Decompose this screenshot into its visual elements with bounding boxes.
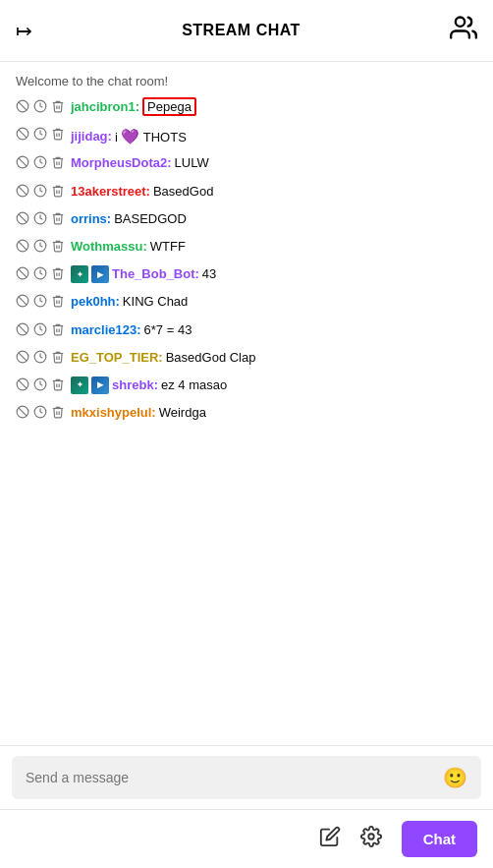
- chat-input[interactable]: [26, 770, 443, 785]
- badge-teal-icon: ✦: [71, 265, 88, 283]
- delete-icon[interactable]: [51, 239, 65, 258]
- delete-icon[interactable]: [51, 350, 65, 369]
- bottom-nav: Chat: [0, 809, 493, 868]
- delete-icon[interactable]: [51, 294, 65, 313]
- timeout-icon[interactable]: [33, 99, 47, 118]
- message-row: MorpheusDota2:LULW: [16, 154, 477, 174]
- username[interactable]: marclie123:: [71, 321, 141, 339]
- timeout-icon[interactable]: [33, 155, 47, 174]
- svg-line-11: [19, 186, 27, 194]
- users-icon[interactable]: [450, 14, 477, 47]
- username[interactable]: jijidag:: [71, 128, 112, 145]
- msg-controls: [16, 127, 65, 145]
- delete-icon[interactable]: [51, 155, 65, 174]
- welcome-text: Welcome to the chat room!: [16, 74, 477, 88]
- message-row: Wothmassu:WTFF: [16, 238, 477, 258]
- username[interactable]: 13akerstreet:: [71, 183, 150, 201]
- message-text: i 💜 THOTS: [115, 126, 187, 146]
- message-text: WTFF: [150, 238, 186, 256]
- delete-icon[interactable]: [51, 405, 65, 424]
- timeout-icon[interactable]: [33, 127, 47, 145]
- message-row: EG_TOP_TIER:BasedGod Clap: [16, 349, 477, 369]
- msg-controls: [16, 155, 65, 174]
- message-row: ✦▶The_Bob_Bot:43: [16, 265, 477, 285]
- message-row: jijidag:i 💜 THOTS: [16, 126, 477, 146]
- username[interactable]: The_Bob_Bot:: [112, 265, 199, 283]
- ban-icon[interactable]: [16, 294, 29, 313]
- message-text: Weirdga: [159, 404, 206, 422]
- msg-content: ✦▶shrebk:ez 4 masao: [71, 376, 477, 394]
- username[interactable]: mkxishypelul:: [71, 404, 156, 422]
- delete-icon[interactable]: [51, 377, 65, 396]
- msg-controls: [16, 322, 65, 341]
- timeout-icon[interactable]: [33, 266, 47, 285]
- ban-icon[interactable]: [16, 377, 29, 396]
- delete-icon[interactable]: [51, 184, 65, 203]
- msg-content: pek0hh:KING Chad: [71, 293, 477, 311]
- msg-controls: [16, 211, 65, 230]
- delete-icon[interactable]: [51, 99, 65, 118]
- delete-icon[interactable]: [51, 322, 65, 341]
- svg-line-20: [19, 269, 27, 277]
- msg-content: jahcibron1:Pepega: [71, 98, 477, 116]
- edit-icon[interactable]: [319, 826, 341, 852]
- username[interactable]: jahcibron1:: [71, 98, 139, 116]
- message-row: jahcibron1:Pepega: [16, 98, 477, 118]
- timeout-icon[interactable]: [33, 405, 47, 424]
- back-icon[interactable]: ↦: [16, 19, 32, 42]
- message-text: BasedGod: [153, 183, 213, 201]
- ban-icon[interactable]: [16, 184, 29, 203]
- highlighted-word: Pepega: [142, 97, 196, 116]
- emoji-button[interactable]: 🙂: [443, 766, 467, 789]
- header: ↦ STREAM CHAT: [0, 0, 493, 62]
- message-text: KING Chad: [123, 293, 188, 311]
- ban-icon[interactable]: [16, 239, 29, 258]
- username[interactable]: orrins:: [71, 210, 111, 228]
- msg-content: marclie123:6*7 = 43: [71, 321, 477, 339]
- chat-button[interactable]: Chat: [402, 821, 477, 857]
- svg-line-29: [19, 353, 27, 361]
- ban-icon[interactable]: [16, 99, 29, 118]
- settings-icon[interactable]: [360, 826, 382, 852]
- svg-point-37: [368, 834, 374, 839]
- delete-icon[interactable]: [51, 266, 65, 285]
- ban-icon[interactable]: [16, 266, 29, 285]
- input-wrapper: 🙂: [12, 756, 481, 799]
- timeout-icon[interactable]: [33, 239, 47, 258]
- delete-icon[interactable]: [51, 127, 65, 145]
- username[interactable]: MorpheusDota2:: [71, 154, 172, 172]
- timeout-icon[interactable]: [33, 322, 47, 341]
- msg-controls: [16, 405, 65, 424]
- ban-icon[interactable]: [16, 127, 29, 145]
- msg-content: MorpheusDota2:LULW: [71, 154, 477, 172]
- svg-line-8: [19, 158, 27, 166]
- username[interactable]: EG_TOP_TIER:: [71, 349, 163, 367]
- timeout-icon[interactable]: [33, 294, 47, 313]
- ban-icon[interactable]: [16, 155, 29, 174]
- message-text: ez 4 masao: [161, 376, 227, 394]
- heart-icon: 💜: [121, 128, 139, 145]
- msg-controls: [16, 266, 65, 285]
- timeout-icon[interactable]: [33, 350, 47, 369]
- message-row: ✦▶shrebk:ez 4 masao: [16, 376, 477, 396]
- message-text: 6*7 = 43: [144, 321, 192, 339]
- svg-line-26: [19, 324, 27, 332]
- msg-content: 13akerstreet:BasedGod: [71, 183, 477, 201]
- username[interactable]: Wothmassu:: [71, 238, 147, 256]
- message-text: Pepega: [142, 98, 196, 116]
- username[interactable]: pek0hh:: [71, 293, 120, 311]
- msg-controls: [16, 294, 65, 313]
- username[interactable]: shrebk:: [112, 376, 158, 394]
- svg-line-35: [19, 408, 27, 416]
- timeout-icon[interactable]: [33, 184, 47, 203]
- timeout-icon[interactable]: [33, 377, 47, 396]
- svg-line-23: [19, 297, 27, 305]
- ban-icon[interactable]: [16, 322, 29, 341]
- ban-icon[interactable]: [16, 211, 29, 230]
- delete-icon[interactable]: [51, 211, 65, 230]
- badge-teal-icon: ✦: [71, 376, 88, 394]
- ban-icon[interactable]: [16, 350, 29, 369]
- timeout-icon[interactable]: [33, 211, 47, 230]
- message-row: marclie123:6*7 = 43: [16, 321, 477, 341]
- ban-icon[interactable]: [16, 405, 29, 424]
